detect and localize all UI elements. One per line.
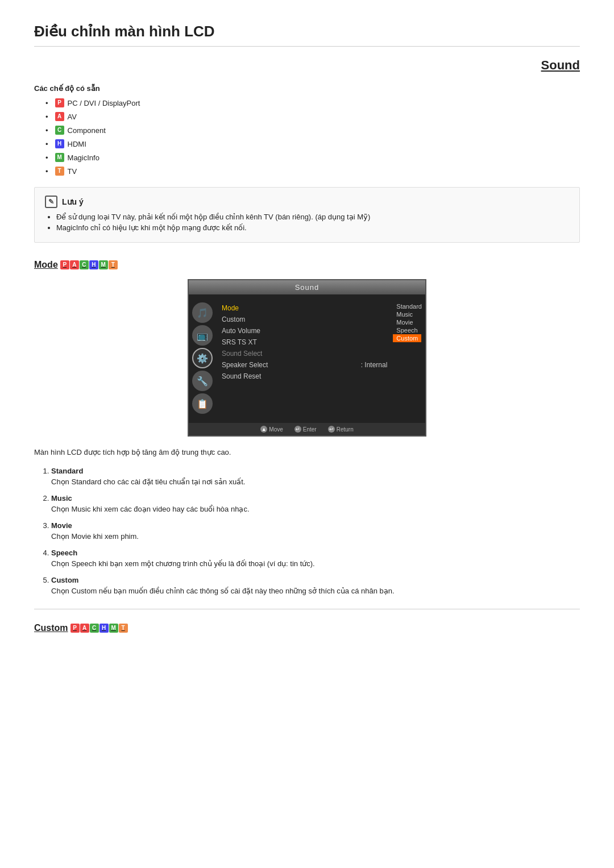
custom-section-badge: P — [70, 624, 80, 633]
tv-footer-label: Move — [269, 426, 283, 433]
numbered-list-item: StandardChọn Standard cho các cài đặt ti… — [51, 467, 580, 486]
mode-list-item: PPC / DVI / DisplayPort — [45, 98, 580, 107]
tv-menu-option: Movie — [393, 318, 416, 326]
mode-heading-text: Mode — [34, 260, 58, 270]
mode-section: Mode PACHMT Sound 🎵 📺 ⚙️ 🔧 📋 ModeCustomA… — [34, 260, 580, 595]
tv-footer-icon: ↵ — [294, 426, 301, 433]
tv-footer-item: ↩Return — [328, 426, 354, 433]
tv-menu-row: Mode — [218, 302, 393, 314]
tv-menu-row: Sound Reset — [218, 371, 393, 382]
tv-menu: Sound 🎵 📺 ⚙️ 🔧 📋 ModeCustomAuto VolumeSR… — [188, 279, 426, 437]
numbered-list-item: SpeechChọn Speech khi bạn xem một chương… — [51, 549, 580, 568]
numbered-list-item: CustomChọn Custom nếu bạn muốn điều chỉn… — [51, 576, 580, 595]
tv-menu-option: Speech — [393, 326, 421, 334]
section-divider — [34, 609, 580, 609]
mode-section-badge: H — [89, 260, 98, 269]
tv-menu-body: 🎵 📺 ⚙️ 🔧 📋 ModeCustomAuto VolumeSRS TS X… — [189, 294, 425, 423]
mode-label: HDMI — [68, 140, 86, 148]
tv-menu-title: Sound — [189, 280, 425, 294]
tv-footer-label: Return — [337, 426, 354, 433]
mode-badge: A — [55, 112, 64, 121]
mode-label: MagicInfo — [68, 153, 99, 162]
tv-menu-option: Music — [393, 310, 416, 318]
custom-section-heading: Custom PACHMT — [34, 623, 580, 633]
mode-list-item: TTV — [45, 167, 580, 176]
available-modes-subtitle: Các chế độ có sẵn — [34, 84, 580, 93]
mode-description: Màn hình LCD được tích hợp bộ tăng âm độ… — [34, 448, 580, 456]
tv-menu-row: SRS TS XT — [218, 337, 393, 348]
tv-menu-row: Custom — [218, 314, 393, 325]
custom-section-badge: H — [99, 624, 109, 633]
tv-row-value: : Internal — [361, 361, 388, 369]
numbered-list-item: MovieChọn Movie khi xem phim. — [51, 521, 580, 541]
tv-icon-sound: 🎵 — [192, 302, 213, 323]
tv-menu-options: StandardMusicMovieSpeechCustom — [393, 300, 425, 417]
page-title: Điều chỉnh màn hình LCD — [34, 23, 580, 47]
tv-menu-items: ModeCustomAuto VolumeSRS TS XTSound Sele… — [216, 300, 393, 417]
tv-menu-icons: 🎵 📺 ⚙️ 🔧 📋 — [189, 300, 216, 417]
note-list: Để sử dụng loại TV này, phải kết nối một… — [56, 213, 569, 232]
mode-label: TV — [68, 167, 77, 176]
numbered-list-item: MusicChọn Music khi xem các đoạn video h… — [51, 494, 580, 513]
mode-badge: C — [55, 126, 64, 135]
mode-list-item: HHDMI — [45, 139, 580, 148]
list-item-title: Speech — [51, 549, 580, 557]
tv-icon-input: 🔧 — [192, 371, 213, 391]
tv-menu-row: Sound Select — [218, 348, 393, 359]
note-box: ✎ Lưu ý Để sử dụng loại TV này, phải kết… — [34, 187, 580, 243]
tv-footer-icon: ▲ — [260, 426, 267, 433]
mode-section-badge: P — [60, 260, 69, 269]
custom-heading-text: Custom — [34, 623, 68, 633]
list-item-title: Movie — [51, 521, 580, 530]
mode-section-badge: T — [109, 260, 118, 269]
tv-icon-settings: ⚙️ — [192, 348, 213, 368]
list-item-desc: Chọn Movie khi xem phim. — [51, 532, 580, 541]
tv-menu-row: Speaker Select: Internal — [218, 359, 393, 371]
mode-badge: H — [55, 139, 64, 148]
sound-label: Sound — [34, 58, 580, 73]
mode-list-item: AAV — [45, 112, 580, 121]
tv-footer-icon: ↩ — [328, 426, 335, 433]
mode-list: PPC / DVI / DisplayPortAAVCComponentHHDM… — [45, 98, 580, 176]
mode-list-item: MMagicInfo — [45, 153, 580, 162]
mode-badge: T — [55, 167, 64, 176]
mode-section-badge: C — [80, 260, 89, 269]
note-header-label: Lưu ý — [62, 197, 84, 206]
custom-badges: PACHMT — [70, 624, 128, 633]
custom-section-badge: C — [90, 624, 99, 633]
tv-footer-item: ↵Enter — [294, 426, 317, 433]
tv-icon-channel: 📋 — [192, 393, 213, 414]
tv-row-label: Mode — [222, 304, 239, 312]
list-item-desc: Chọn Music khi xem các đoạn video hay cá… — [51, 505, 580, 513]
note-item: MagicInfo chỉ có hiệu lực khi một hộp mạ… — [56, 223, 569, 232]
tv-menu-wrapper: Sound 🎵 📺 ⚙️ 🔧 📋 ModeCustomAuto VolumeSR… — [34, 279, 580, 437]
tv-footer: ▲Move↵Enter↩Return — [189, 423, 425, 435]
list-item-desc: Chọn Speech khi bạn xem một chương trình… — [51, 559, 580, 568]
mode-section-heading: Mode PACHMT — [34, 260, 580, 270]
tv-icon-display: 📺 — [192, 325, 213, 346]
list-item-desc: Chọn Custom nếu bạn muốn điều chỉnh các … — [51, 587, 580, 595]
mode-label: AV — [68, 113, 77, 121]
available-modes-section: Các chế độ có sẵn PPC / DVI / DisplayPor… — [34, 84, 580, 176]
tv-row-label: Sound Select — [222, 350, 262, 358]
custom-section-badge: A — [80, 624, 89, 633]
note-icon: ✎ — [45, 196, 57, 208]
note-item: Để sử dụng loại TV này, phải kết nối một… — [56, 213, 569, 221]
mode-list-item: CComponent — [45, 126, 580, 135]
tv-menu-option: Custom — [393, 334, 421, 342]
custom-section-badge: M — [109, 624, 118, 633]
tv-footer-label: Enter — [303, 426, 317, 433]
mode-badge: P — [55, 98, 64, 107]
tv-row-label: Auto Volume — [222, 327, 260, 335]
mode-badge: M — [55, 153, 64, 162]
mode-section-badge: M — [99, 260, 108, 269]
list-item-title: Custom — [51, 576, 580, 584]
list-item-desc: Chọn Standard cho các cài đặt tiêu chuẩn… — [51, 477, 580, 486]
mode-section-badge: A — [70, 260, 79, 269]
mode-badges: PACHMT — [60, 260, 118, 269]
list-item-title: Standard — [51, 467, 580, 475]
tv-footer-item: ▲Move — [260, 426, 283, 433]
tv-row-label: Custom — [222, 315, 245, 323]
list-item-title: Music — [51, 494, 580, 502]
mode-label: PC / DVI / DisplayPort — [68, 99, 140, 107]
